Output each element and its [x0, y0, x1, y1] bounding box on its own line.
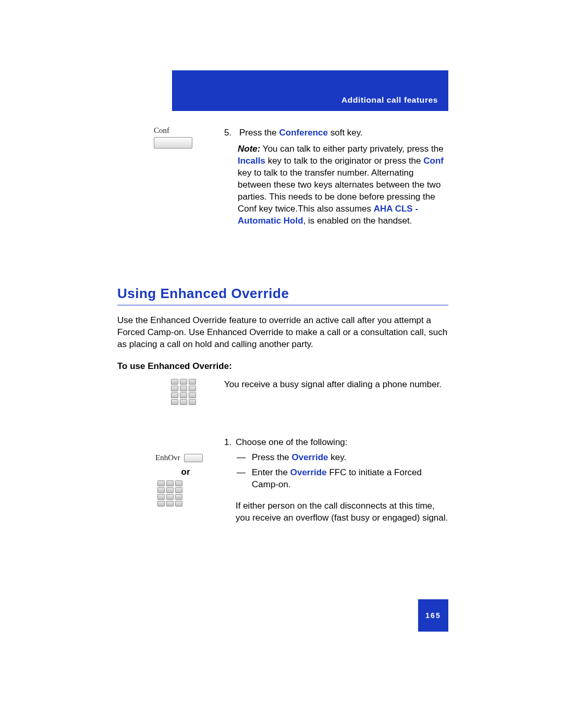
section-intro: Use the Enhanced Override feature to ove… — [117, 315, 448, 351]
busy-text: You receive a busy signal after dialing … — [224, 379, 448, 391]
incalls-keyword: Incalls — [238, 156, 265, 166]
override-step-text: Choose one of the following: — [236, 437, 348, 449]
softkey-conf-label: Conf — [154, 126, 214, 135]
step5-note: Note: You can talk to either party priva… — [238, 143, 448, 227]
step5-pre: Press the — [239, 128, 279, 138]
note-p1: You can talk to either party privately, … — [260, 144, 443, 154]
step5-post: soft key. — [328, 128, 363, 138]
override-keyword-1: Override — [292, 452, 328, 462]
step5-line: 5. Press the Conference soft key. — [224, 127, 448, 139]
note-prefix: Note: — [238, 144, 260, 154]
note-p4: , is enabled on the handset. — [303, 216, 412, 226]
override-step-num: 1. — [224, 437, 236, 449]
keypad-icon — [171, 379, 197, 406]
dash-icon: — — [237, 467, 246, 479]
override-opt1: — Press the Override key. — [224, 452, 448, 464]
opt1-pre: Press the — [252, 452, 292, 462]
opt2-pre: Enter the — [252, 467, 290, 477]
override-tail: If either person on the call disconnects… — [236, 500, 448, 524]
softkey-conf-block: Conf — [154, 126, 214, 149]
conf-keyword: Conf — [423, 156, 444, 166]
or-label: or — [155, 467, 216, 477]
override-opt2: — Enter the Override FFC to initiate a F… — [224, 467, 448, 491]
page-number: 165 — [418, 599, 448, 632]
dash-icon: — — [237, 452, 246, 464]
override-keyword-2: Override — [290, 467, 327, 477]
override-left-block: EnhOvr or — [155, 452, 216, 508]
keypad-icon — [157, 480, 183, 507]
step5-text: 5. Press the Conference soft key. Note: … — [224, 127, 448, 227]
opt1-post: key. — [328, 452, 346, 462]
sub-heading: To use Enhanced Override: — [117, 361, 232, 372]
softkey-enhovr-label: EnhOvr — [155, 453, 180, 462]
override-text: 1. Choose one of the following: — Press … — [224, 437, 448, 524]
section-heading: Using Enhanced Override — [117, 286, 448, 305]
softkey-enhovr-button — [184, 454, 203, 462]
conference-keyword: Conference — [279, 128, 328, 138]
note-p2: key to talk to the originator or press t… — [265, 156, 423, 166]
step5-num: 5. — [224, 128, 231, 138]
page-number-text: 165 — [425, 611, 440, 620]
softkey-conf-button — [154, 137, 192, 149]
header-title: Additional call features — [341, 95, 438, 105]
header-banner: Additional call features — [172, 70, 448, 111]
